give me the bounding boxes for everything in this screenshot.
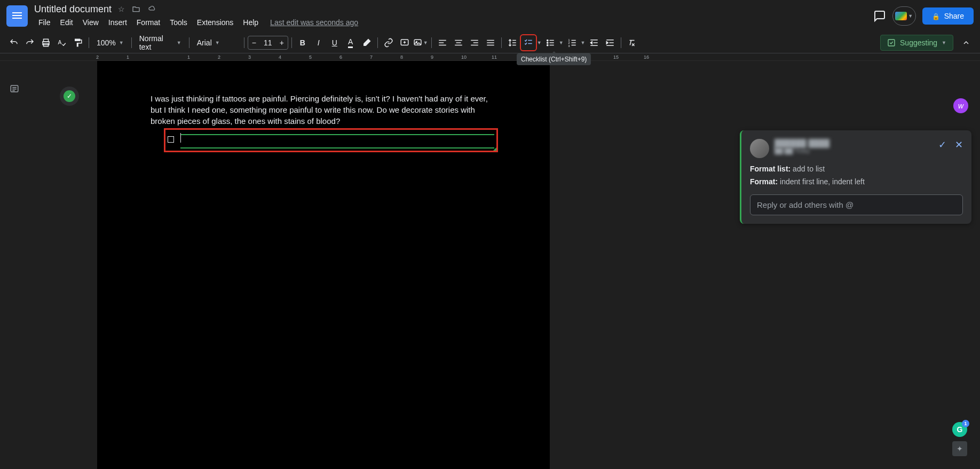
insert-link-button[interactable] — [381, 35, 396, 50]
reject-suggestion-button[interactable]: ✕ — [955, 139, 963, 151]
meet-button[interactable]: ▼ — [892, 6, 916, 26]
menu-extensions[interactable]: Extensions — [193, 16, 238, 29]
svg-point-27 — [547, 42, 548, 43]
svg-text:3: 3 — [568, 44, 570, 47]
suggestion-text: add to list — [791, 165, 825, 173]
decrease-indent-button[interactable] — [587, 35, 602, 50]
suggestion-card: ██████ ████ ██:██ Today ✓ ✕ Format list:… — [740, 130, 971, 224]
share-button[interactable]: Share — [922, 7, 974, 25]
explore-button[interactable]: ✦ — [952, 441, 967, 456]
document-page[interactable]: ✓ I was just thinking if tattoos are pai… — [97, 61, 550, 469]
grammarly-icon[interactable]: G 1 — [952, 422, 967, 437]
spellcheck-button[interactable]: A — [54, 35, 69, 50]
increase-font-size-button[interactable]: + — [276, 36, 288, 49]
redo-button[interactable] — [22, 35, 37, 50]
checklist-tooltip: Checklist (Ctrl+Shift+9) — [517, 53, 591, 65]
menu-insert[interactable]: Insert — [104, 16, 131, 29]
cloud-status-icon[interactable] — [147, 5, 157, 13]
document-title[interactable]: Untitled document — [34, 4, 112, 15]
text-color-button[interactable]: A — [343, 35, 358, 50]
font-size-input[interactable] — [260, 38, 276, 47]
bulleted-list-dropdown-icon[interactable]: ▼ — [559, 40, 564, 45]
menu-tools[interactable]: Tools — [165, 16, 192, 29]
italic-button[interactable]: I — [311, 35, 326, 50]
suggestion-highlight-top — [180, 134, 494, 135]
comment-history-icon[interactable] — [873, 10, 886, 22]
user-avatar-icon — [750, 139, 769, 158]
svg-text:A: A — [58, 39, 62, 45]
checklist-item-row[interactable] — [165, 130, 496, 151]
undo-button[interactable] — [6, 35, 21, 50]
align-left-button[interactable] — [435, 35, 450, 50]
menu-edit[interactable]: Edit — [56, 16, 77, 29]
menu-view[interactable]: View — [78, 16, 103, 29]
align-center-button[interactable] — [451, 35, 466, 50]
lock-icon — [932, 12, 940, 20]
numbered-list-dropdown-icon[interactable]: ▼ — [581, 40, 586, 45]
collaborator-avatar[interactable]: w — [953, 98, 968, 113]
checklist-checkbox-icon[interactable] — [168, 136, 174, 143]
print-button[interactable] — [38, 35, 53, 50]
paragraph-style-select[interactable]: Normal text▼ — [135, 32, 186, 53]
share-label: Share — [944, 12, 964, 20]
menu-file[interactable]: File — [34, 16, 55, 29]
suggestion-label: Format: — [750, 177, 778, 186]
document-paragraph[interactable]: I was just thinking if tattoos are painf… — [151, 93, 496, 127]
suggestion-detail-row: Format list: add to list — [750, 165, 963, 173]
suggestion-timestamp: ██:██ Today — [774, 147, 933, 154]
svg-rect-44 — [888, 40, 895, 46]
highlight-color-button[interactable] — [359, 35, 374, 50]
checklist-dropdown-icon[interactable]: ▼ — [537, 40, 542, 45]
editing-mode-button[interactable]: Suggesting ▼ — [880, 35, 953, 51]
add-comment-button[interactable] — [397, 35, 412, 50]
clear-formatting-button[interactable] — [625, 35, 639, 50]
accept-suggestion-button[interactable]: ✓ — [938, 139, 946, 151]
underline-button[interactable]: U — [327, 35, 342, 50]
collapse-toolbar-button[interactable] — [959, 35, 974, 50]
suggestion-label: Format list: — [750, 165, 791, 173]
line-spacing-button[interactable] — [505, 35, 520, 50]
svg-point-26 — [547, 40, 548, 41]
increase-indent-button[interactable] — [603, 35, 618, 50]
numbered-list-button[interactable]: 123 — [565, 35, 580, 50]
insert-image-button[interactable]: ▼ — [413, 35, 428, 50]
text-cursor — [180, 133, 181, 143]
suggesting-label: Suggesting — [900, 38, 937, 47]
move-icon[interactable] — [131, 5, 141, 13]
align-right-button[interactable] — [467, 35, 482, 50]
accept-all-suggestions-pill[interactable]: ✓ — [60, 87, 79, 106]
ruler[interactable]: 2 1 1 2 3 4 5 6 7 8 9 10 11 12 13 14 15 … — [0, 53, 980, 61]
bulleted-list-button[interactable] — [543, 35, 558, 50]
checklist-button[interactable] — [521, 35, 536, 50]
svg-point-28 — [547, 44, 548, 45]
grammarly-badge: 1 — [962, 420, 969, 427]
last-edit-link[interactable]: Last edit was seconds ago — [270, 18, 358, 27]
decrease-font-size-button[interactable]: − — [248, 36, 260, 49]
suggestion-text: indent first line, indent left — [778, 177, 865, 186]
suggestion-triangle-icon — [493, 147, 496, 151]
align-justify-button[interactable] — [483, 35, 498, 50]
suggestion-detail-row: Format: indent first line, indent left — [750, 177, 963, 186]
suggesting-icon — [887, 38, 896, 47]
reply-input[interactable]: Reply or add others with @ — [750, 194, 963, 215]
check-icon: ✓ — [64, 90, 75, 102]
suggestion-author-name: ██████ ████ — [774, 139, 933, 147]
star-icon[interactable]: ☆ — [118, 5, 125, 13]
suggestion-highlight-bottom — [180, 147, 494, 148]
paint-format-button[interactable] — [70, 35, 85, 50]
docs-app-icon[interactable] — [6, 5, 28, 27]
menu-format[interactable]: Format — [132, 16, 164, 29]
bold-button[interactable]: B — [295, 35, 310, 50]
document-outline-button[interactable] — [6, 82, 22, 95]
font-select[interactable]: Arial▼ — [193, 36, 241, 49]
zoom-select[interactable]: 100%▼ — [92, 36, 128, 49]
menu-help[interactable]: Help — [239, 16, 263, 29]
